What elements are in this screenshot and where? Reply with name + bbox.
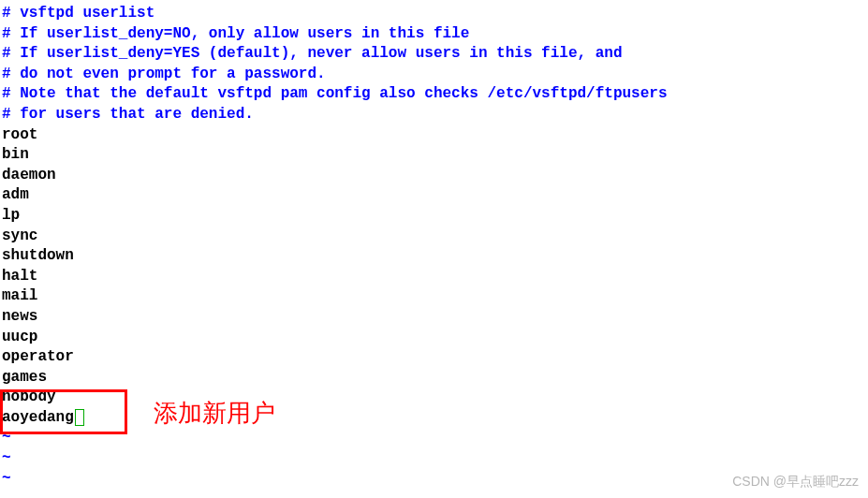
- comment-line: # do not even prompt for a password.: [2, 65, 866, 85]
- user-line: games: [2, 368, 866, 388]
- watermark-text: CSDN @早点睡吧zzz: [732, 473, 859, 491]
- user-line: halt: [2, 267, 866, 287]
- user-line: bin: [2, 145, 866, 166]
- user-line: operator: [2, 347, 866, 368]
- user-line: sync: [2, 227, 866, 247]
- user-line: adm: [2, 185, 866, 206]
- user-line: shutdown: [2, 246, 866, 267]
- new-user-text: aoyedang: [2, 409, 74, 426]
- comment-line: # for users that are denied.: [2, 105, 866, 125]
- new-user-line: aoyedang: [2, 408, 866, 429]
- empty-line-tilde: ~: [2, 448, 866, 469]
- user-line: uucp: [2, 328, 866, 348]
- editor-content[interactable]: # vsftpd userlist # If userlist_deny=NO,…: [2, 4, 866, 489]
- comment-line: # Note that the default vsftpd pam confi…: [2, 84, 866, 105]
- user-line: lp: [2, 206, 866, 227]
- user-line: mail: [2, 286, 866, 307]
- annotation-label: 添加新用户: [154, 397, 275, 430]
- user-line: daemon: [2, 166, 866, 186]
- empty-line-tilde: ~: [2, 428, 866, 448]
- user-line: news: [2, 307, 866, 328]
- user-line: nobody: [2, 388, 866, 408]
- user-line: root: [2, 125, 866, 146]
- comment-line: # If userlist_deny=NO, only allow users …: [2, 24, 866, 45]
- comment-line: # If userlist_deny=YES (default), never …: [2, 44, 866, 65]
- cursor-icon: [75, 409, 84, 426]
- comment-line: # vsftpd userlist: [2, 4, 866, 24]
